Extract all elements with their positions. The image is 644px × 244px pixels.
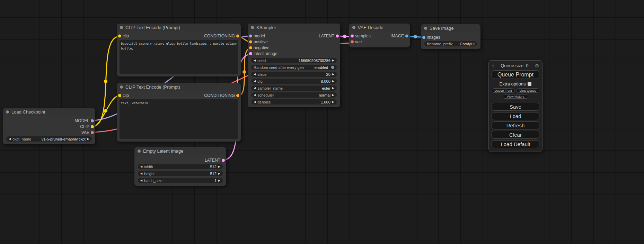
node-load-checkpoint[interactable]: Load Checkpoint MODEL CLIP VAE ◀ ckpt_na… bbox=[3, 108, 95, 144]
increment-arrow-icon[interactable]: ▶ bbox=[87, 138, 89, 141]
widget-ckpt-name[interactable]: ◀ ckpt_name v1-5-pruned-emaonly.ckpt ▶ bbox=[6, 136, 92, 142]
output-slot-vae[interactable] bbox=[91, 131, 94, 134]
decrement-arrow-icon[interactable]: ◀ bbox=[254, 59, 256, 62]
increment-arrow-icon[interactable]: ▶ bbox=[332, 87, 334, 90]
decrement-arrow-icon[interactable]: ◀ bbox=[140, 172, 142, 175]
widget-width[interactable]: ◀ width 512 ▶ bbox=[138, 164, 223, 169]
decrement-arrow-icon[interactable]: ◀ bbox=[9, 138, 11, 141]
decrement-arrow-icon[interactable]: ◀ bbox=[254, 87, 256, 90]
node-titlebar[interactable]: KSampler bbox=[248, 24, 340, 31]
output-slot-model[interactable] bbox=[91, 119, 94, 122]
collapse-dot-icon[interactable] bbox=[424, 27, 427, 30]
widget-batch-size[interactable]: ◀ batch_size 1 ▶ bbox=[138, 178, 223, 183]
node-canvas[interactable]: Load Checkpoint MODEL CLIP VAE ◀ ckpt_na… bbox=[0, 0, 644, 244]
slot-row: positive bbox=[248, 39, 340, 45]
collapse-dot-icon[interactable] bbox=[352, 26, 355, 29]
increment-arrow-icon[interactable]: ▶ bbox=[218, 179, 220, 182]
node-clip-text-encode-negative[interactable]: CLIP Text Encode (Prompt) clip CONDITION… bbox=[117, 83, 241, 142]
queue-prompt-button[interactable]: Queue Prompt bbox=[492, 70, 539, 79]
widget-cfg[interactable]: ◀ cfg 8.000 ▶ bbox=[251, 79, 337, 84]
input-slot-model[interactable] bbox=[249, 34, 252, 37]
slot-row: samples IMAGE bbox=[349, 33, 410, 39]
node-titlebar[interactable]: CLIP Text Encode (Prompt) bbox=[117, 83, 241, 91]
prompt-textarea[interactable]: beautiful scenery nature glass bottle la… bbox=[120, 40, 238, 74]
decrement-arrow-icon[interactable]: ◀ bbox=[140, 165, 142, 168]
view-history-button[interactable]: View History bbox=[503, 94, 528, 99]
output-slot-latent[interactable] bbox=[222, 159, 225, 162]
output-slot-image[interactable] bbox=[405, 34, 408, 37]
collapse-dot-icon[interactable] bbox=[6, 110, 9, 114]
increment-arrow-icon[interactable]: ▶ bbox=[332, 80, 334, 83]
widget-seed[interactable]: ◀ seed 156680208700286 ▶ bbox=[251, 58, 337, 63]
increment-arrow-icon[interactable]: ▶ bbox=[332, 94, 334, 97]
increment-arrow-icon[interactable]: ▶ bbox=[332, 73, 334, 76]
widget-label: seed bbox=[257, 58, 266, 63]
node-save-image[interactable]: Save Image images filename_prefix ComfyU… bbox=[421, 24, 480, 49]
widget-denoise[interactable]: ◀ denoise 1.000 ▶ bbox=[251, 99, 337, 105]
input-slot-clip[interactable] bbox=[118, 94, 121, 97]
drag-handle-icon[interactable]: ⠿ bbox=[492, 63, 494, 68]
slot-row: model LATENT bbox=[248, 33, 340, 39]
input-slot-clip[interactable] bbox=[118, 34, 121, 37]
input-slot-positive[interactable] bbox=[249, 40, 252, 43]
output-slot-latent[interactable] bbox=[336, 34, 339, 37]
clear-button[interactable]: Clear bbox=[492, 131, 539, 139]
widget-height[interactable]: ◀ height 512 ▶ bbox=[138, 171, 223, 176]
view-queue-button[interactable]: View Queue bbox=[516, 88, 539, 93]
output-slot-conditioning[interactable] bbox=[236, 94, 239, 97]
load-button[interactable]: Load bbox=[492, 112, 539, 120]
save-button[interactable]: Save bbox=[492, 103, 539, 111]
decrement-arrow-icon[interactable]: ◀ bbox=[254, 101, 256, 103]
widget-value: ComfyUI bbox=[460, 42, 475, 46]
increment-arrow-icon[interactable]: ▶ bbox=[218, 165, 220, 168]
node-vae-decode[interactable]: VAE Decode samples IMAGE vae bbox=[349, 24, 410, 47]
node-title: Save Image bbox=[430, 26, 453, 31]
increment-arrow-icon[interactable]: ▶ bbox=[332, 101, 334, 103]
collapse-dot-icon[interactable] bbox=[120, 85, 123, 89]
load-default-button[interactable]: Load Default bbox=[492, 140, 539, 148]
collapse-dot-icon[interactable] bbox=[138, 150, 141, 153]
input-slot-vae[interactable] bbox=[351, 40, 354, 43]
input-label: model bbox=[254, 34, 265, 38]
refresh-button[interactable]: Refresh bbox=[492, 121, 539, 129]
queue-size-label: Queue size: 0 bbox=[494, 63, 535, 68]
node-titlebar[interactable]: Load Checkpoint bbox=[3, 108, 95, 116]
widget-scheduler[interactable]: ◀ scheduler normal ▶ bbox=[251, 92, 337, 98]
settings-gear-icon[interactable]: ⚙ bbox=[535, 63, 539, 68]
widget-label: cfg bbox=[257, 79, 263, 83]
output-slot-clip[interactable] bbox=[91, 125, 94, 128]
queue-front-button[interactable]: Queue Front bbox=[492, 88, 515, 93]
slot-row: VAE bbox=[3, 129, 95, 135]
collapse-dot-icon[interactable] bbox=[120, 26, 123, 29]
widget-sampler-name[interactable]: ◀ sampler_name euler ▶ bbox=[251, 85, 337, 91]
toggle-indicator-icon[interactable] bbox=[331, 66, 334, 69]
extra-options-checkbox[interactable] bbox=[528, 82, 531, 86]
widget-filename-prefix[interactable]: filename_prefix ComfyUI bbox=[424, 41, 477, 46]
input-slot-samples[interactable] bbox=[351, 34, 354, 37]
widget-random-seed-toggle[interactable]: Random seed after every gen enabled bbox=[251, 65, 337, 70]
link-dot bbox=[242, 70, 246, 74]
input-slot-latent-image[interactable] bbox=[249, 52, 252, 55]
increment-arrow-icon[interactable]: ▶ bbox=[218, 172, 220, 175]
node-titlebar[interactable]: Empty Latent Image bbox=[134, 147, 226, 155]
node-titlebar[interactable]: Save Image bbox=[421, 24, 480, 32]
increment-arrow-icon[interactable]: ▶ bbox=[332, 59, 334, 62]
input-label: positive bbox=[254, 39, 268, 44]
node-clip-text-encode-positive[interactable]: CLIP Text Encode (Prompt) clip CONDITION… bbox=[117, 24, 241, 76]
collapse-dot-icon[interactable] bbox=[251, 26, 254, 29]
decrement-arrow-icon[interactable]: ◀ bbox=[254, 80, 256, 83]
input-slot-images[interactable] bbox=[422, 36, 425, 39]
prompt-textarea[interactable]: text, watermark bbox=[120, 99, 238, 139]
output-slot-conditioning[interactable] bbox=[236, 34, 239, 37]
node-titlebar[interactable]: CLIP Text Encode (Prompt) bbox=[117, 24, 241, 31]
decrement-arrow-icon[interactable]: ◀ bbox=[140, 179, 142, 182]
link-dot bbox=[104, 80, 107, 83]
input-slot-negative[interactable] bbox=[249, 46, 252, 49]
widget-steps[interactable]: ◀ steps 20 ▶ bbox=[251, 72, 337, 77]
decrement-arrow-icon[interactable]: ◀ bbox=[254, 73, 256, 76]
decrement-arrow-icon[interactable]: ◀ bbox=[254, 94, 256, 97]
slot-row: CLIP bbox=[3, 124, 95, 129]
node-empty-latent-image[interactable]: Empty Latent Image LATENT ◀ width 512 ▶ … bbox=[134, 147, 226, 186]
node-ksampler[interactable]: KSampler model LATENT positive negative … bbox=[248, 24, 340, 107]
node-titlebar[interactable]: VAE Decode bbox=[349, 24, 410, 31]
